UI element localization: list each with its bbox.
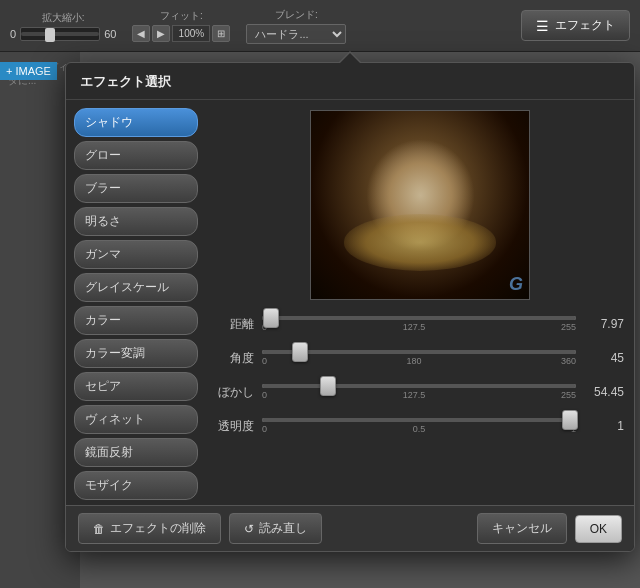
zoom-slider-row: 0 60 [10, 27, 116, 41]
effects-list: シャドウグローブラー明るさガンマグレイスケールカラーカラー変調セピアヴィネット鏡… [66, 100, 206, 508]
reload-label: 読み直し [259, 520, 307, 537]
effect-item-glow[interactable]: グロー [74, 141, 198, 170]
slider-label-2: ぼかし [216, 384, 254, 401]
slider-container-2: 0127.5255 [262, 380, 576, 404]
slider-container-0: 0127.5255 [262, 312, 576, 336]
slider-row-1: 角度018036045 [216, 346, 624, 370]
cancel-label: キャンセル [492, 520, 552, 537]
effect-item-sepia[interactable]: セピア [74, 372, 198, 401]
dialog-title: エフェクト選択 [66, 63, 634, 100]
dialog-footer: 🗑 エフェクトの削除 ↺ 読み直し キャンセル OK [66, 505, 634, 551]
trash-icon: 🗑 [93, 522, 105, 536]
effect-button-label: エフェクト [555, 17, 615, 34]
blend-section: ブレンド: ハードラ... [246, 8, 346, 44]
zoom-slider[interactable] [20, 27, 100, 41]
slider-value-3: 1 [584, 419, 624, 433]
preview-food [311, 111, 529, 299]
slider-value-1: 45 [584, 351, 624, 365]
preview-container: G [216, 110, 624, 300]
fit-label: フィット: [160, 9, 203, 23]
slider-track-0[interactable] [262, 316, 576, 320]
zoom-max: 60 [104, 28, 116, 40]
slider-row-2: ぼかし0127.525554.45 [216, 380, 624, 404]
sliders-section: 距離0127.52557.97角度018036045ぼかし0127.525554… [216, 312, 624, 438]
slider-thumb-3[interactable] [562, 410, 578, 430]
slider-label-1: 角度 [216, 350, 254, 367]
effect-item-mirror[interactable]: 鏡面反射 [74, 438, 198, 467]
slider-row-3: 透明度00.511 [216, 414, 624, 438]
slider-track-3[interactable] [262, 418, 576, 422]
reload-btn[interactable]: ↺ 読み直し [229, 513, 322, 544]
effect-item-shadow[interactable]: シャドウ [74, 108, 198, 137]
slider-value-0: 7.97 [584, 317, 624, 331]
main-area: + IMAGE イルをエディタに... エフェクト選択 シャドウグローブラー明る… [0, 52, 640, 588]
slider-thumb-1[interactable] [292, 342, 308, 362]
image-label-text: + IMAGE [6, 65, 51, 77]
fit-controls: ◀ ▶ 100% ⊞ [132, 25, 230, 42]
cancel-btn[interactable]: キャンセル [477, 513, 567, 544]
delete-effect-label: エフェクトの削除 [110, 520, 206, 537]
effect-item-brightness[interactable]: 明るさ [74, 207, 198, 236]
slider-value-2: 54.45 [584, 385, 624, 399]
top-toolbar: 拡大縮小: 0 60 フィット: ◀ ▶ 100% ⊞ ブレンド: ハードラ..… [0, 0, 640, 52]
preview-image: G [310, 110, 530, 300]
slider-label-0: 距離 [216, 316, 254, 333]
ok-label: OK [590, 522, 607, 536]
dialog-body: シャドウグローブラー明るさガンマグレイスケールカラーカラー変調セピアヴィネット鏡… [66, 100, 634, 508]
slider-track-1[interactable] [262, 350, 576, 354]
effect-button[interactable]: ☰ エフェクト [521, 10, 630, 41]
effect-icon: ☰ [536, 18, 549, 34]
dialog-right: G 距離0127.52557.97角度018036045ぼかし0127.5255… [206, 100, 634, 508]
slider-track-2[interactable] [262, 384, 576, 388]
effect-item-gamma[interactable]: ガンマ [74, 240, 198, 269]
fit-left-btn[interactable]: ◀ [132, 25, 150, 42]
zoom-label: 拡大縮小: [42, 11, 85, 25]
effect-item-blur[interactable]: ブラー [74, 174, 198, 203]
slider-thumb-0[interactable] [263, 308, 279, 328]
dialog-overlay: エフェクト選択 シャドウグローブラー明るさガンマグレイスケールカラーカラー変調セ… [65, 52, 640, 588]
effect-item-vignette[interactable]: ヴィネット [74, 405, 198, 434]
effect-item-color[interactable]: カラー [74, 306, 198, 335]
effect-item-color-transform[interactable]: カラー変調 [74, 339, 198, 368]
delete-effect-btn[interactable]: 🗑 エフェクトの削除 [78, 513, 221, 544]
zoom-min: 0 [10, 28, 16, 40]
slider-label-3: 透明度 [216, 418, 254, 435]
slider-thumb-2[interactable] [320, 376, 336, 396]
watermark: G [509, 274, 523, 295]
fit-right-btn[interactable]: ▶ [152, 25, 170, 42]
fit-section: フィット: ◀ ▶ 100% ⊞ [132, 9, 230, 42]
image-label: + IMAGE [0, 62, 57, 80]
blend-select[interactable]: ハードラ... [246, 24, 346, 44]
ok-btn[interactable]: OK [575, 515, 622, 543]
slider-container-1: 0180360 [262, 346, 576, 370]
effect-dialog: エフェクト選択 シャドウグローブラー明るさガンマグレイスケールカラーカラー変調セ… [65, 62, 635, 552]
blend-label: ブレンド: [275, 8, 318, 22]
effect-item-grayscale[interactable]: グレイスケール [74, 273, 198, 302]
fit-value: 100% [172, 25, 210, 42]
effect-item-mosaic[interactable]: モザイク [74, 471, 198, 500]
reload-icon: ↺ [244, 522, 254, 536]
slider-container-3: 00.51 [262, 414, 576, 438]
fit-reset-btn[interactable]: ⊞ [212, 25, 230, 42]
zoom-section: 拡大縮小: 0 60 [10, 11, 116, 41]
slider-row-0: 距離0127.52557.97 [216, 312, 624, 336]
